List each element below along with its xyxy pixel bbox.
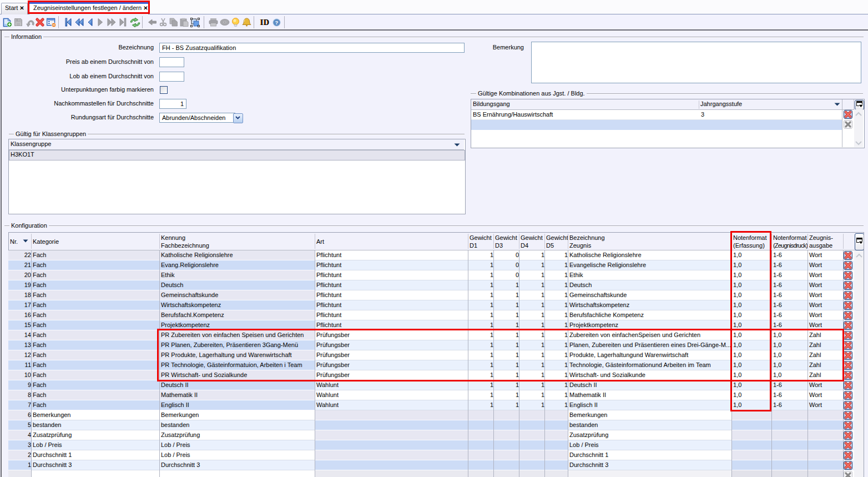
svg-text:?: ?	[275, 19, 279, 26]
